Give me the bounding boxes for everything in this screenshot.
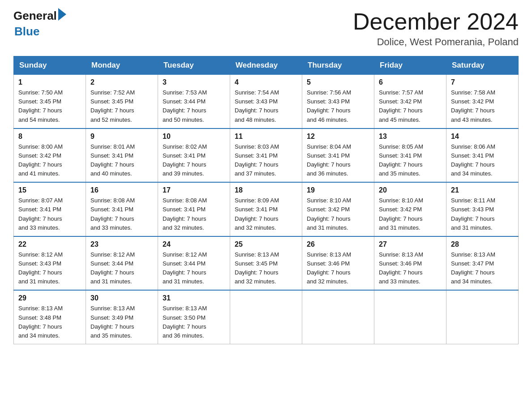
day-number: 18 — [235, 186, 297, 194]
day-number: 21 — [451, 186, 514, 194]
logo-arrow-icon — [58, 8, 66, 21]
day-number: 20 — [379, 186, 442, 194]
day-info: Sunrise: 8:06 AM Sunset: 3:41 PM Dayligh… — [451, 142, 514, 179]
page-header: General Blue December 2024 Dolice, West … — [13, 9, 519, 48]
day-number: 29 — [18, 294, 81, 302]
calendar-cell: 3Sunrise: 7:53 AM Sunset: 3:44 PM Daylig… — [158, 75, 230, 128]
week-row-2: 8Sunrise: 8:00 AM Sunset: 3:42 PM Daylig… — [14, 128, 519, 183]
day-info: Sunrise: 7:58 AM Sunset: 3:42 PM Dayligh… — [451, 88, 514, 124]
calendar-cell: 10Sunrise: 8:02 AM Sunset: 3:41 PM Dayli… — [158, 128, 230, 183]
week-row-3: 15Sunrise: 8:07 AM Sunset: 3:41 PM Dayli… — [14, 182, 519, 236]
day-info: Sunrise: 7:56 AM Sunset: 3:43 PM Dayligh… — [307, 88, 369, 124]
day-info: Sunrise: 8:13 AM Sunset: 3:46 PM Dayligh… — [379, 250, 442, 287]
column-header-tuesday: Tuesday — [158, 56, 230, 75]
logo-general-text: General — [13, 9, 57, 23]
day-info: Sunrise: 8:01 AM Sunset: 3:41 PM Dayligh… — [90, 142, 153, 179]
calendar-cell: 6Sunrise: 7:57 AM Sunset: 3:42 PM Daylig… — [374, 75, 446, 128]
day-info: Sunrise: 8:13 AM Sunset: 3:48 PM Dayligh… — [18, 304, 81, 340]
day-info: Sunrise: 8:05 AM Sunset: 3:41 PM Dayligh… — [379, 142, 442, 179]
calendar-cell — [374, 290, 446, 344]
day-number: 2 — [90, 78, 153, 86]
day-info: Sunrise: 8:10 AM Sunset: 3:42 PM Dayligh… — [379, 196, 442, 232]
calendar-cell: 15Sunrise: 8:07 AM Sunset: 3:41 PM Dayli… — [14, 182, 86, 236]
calendar-cell: 25Sunrise: 8:13 AM Sunset: 3:45 PM Dayli… — [230, 236, 302, 291]
day-number: 19 — [307, 186, 369, 194]
week-row-4: 22Sunrise: 8:12 AM Sunset: 3:43 PM Dayli… — [14, 236, 519, 291]
day-info: Sunrise: 8:07 AM Sunset: 3:41 PM Dayligh… — [18, 196, 81, 232]
day-info: Sunrise: 8:03 AM Sunset: 3:41 PM Dayligh… — [235, 142, 297, 179]
title-block: December 2024 Dolice, West Pomerania, Po… — [353, 9, 519, 48]
day-number: 23 — [90, 240, 153, 248]
day-number: 28 — [451, 240, 514, 248]
day-number: 11 — [235, 133, 297, 141]
day-number: 31 — [163, 294, 225, 302]
day-number: 10 — [163, 133, 225, 141]
day-info: Sunrise: 8:08 AM Sunset: 3:41 PM Dayligh… — [163, 196, 225, 232]
calendar-cell: 31Sunrise: 8:13 AM Sunset: 3:50 PM Dayli… — [158, 290, 230, 344]
day-info: Sunrise: 7:57 AM Sunset: 3:42 PM Dayligh… — [379, 88, 442, 124]
calendar-cell: 5Sunrise: 7:56 AM Sunset: 3:43 PM Daylig… — [302, 75, 374, 128]
day-info: Sunrise: 8:02 AM Sunset: 3:41 PM Dayligh… — [163, 142, 225, 179]
day-number: 1 — [18, 78, 81, 86]
calendar-cell: 22Sunrise: 8:12 AM Sunset: 3:43 PM Dayli… — [14, 236, 86, 291]
day-info: Sunrise: 8:04 AM Sunset: 3:41 PM Dayligh… — [307, 142, 369, 179]
day-number: 6 — [379, 78, 442, 86]
calendar-cell: 24Sunrise: 8:12 AM Sunset: 3:44 PM Dayli… — [158, 236, 230, 291]
day-info: Sunrise: 8:12 AM Sunset: 3:44 PM Dayligh… — [90, 250, 153, 287]
day-number: 13 — [379, 133, 442, 141]
day-info: Sunrise: 8:13 AM Sunset: 3:50 PM Dayligh… — [163, 304, 225, 340]
calendar-cell: 14Sunrise: 8:06 AM Sunset: 3:41 PM Dayli… — [446, 128, 519, 183]
day-number: 24 — [163, 240, 225, 248]
calendar-header-row: SundayMondayTuesdayWednesdayThursdayFrid… — [14, 56, 519, 75]
day-info: Sunrise: 7:53 AM Sunset: 3:44 PM Dayligh… — [163, 88, 225, 124]
day-number: 3 — [163, 78, 225, 86]
calendar-cell: 26Sunrise: 8:13 AM Sunset: 3:46 PM Dayli… — [302, 236, 374, 291]
calendar-body: 1Sunrise: 7:50 AM Sunset: 3:45 PM Daylig… — [14, 75, 519, 344]
calendar-cell: 21Sunrise: 8:11 AM Sunset: 3:43 PM Dayli… — [446, 182, 519, 236]
week-row-5: 29Sunrise: 8:13 AM Sunset: 3:48 PM Dayli… — [14, 290, 519, 344]
day-info: Sunrise: 7:50 AM Sunset: 3:45 PM Dayligh… — [18, 88, 81, 124]
column-header-friday: Friday — [374, 56, 446, 75]
calendar-cell: 17Sunrise: 8:08 AM Sunset: 3:41 PM Dayli… — [158, 182, 230, 236]
calendar-cell — [446, 290, 519, 344]
day-info: Sunrise: 7:52 AM Sunset: 3:45 PM Dayligh… — [90, 88, 153, 124]
day-number: 8 — [18, 133, 81, 141]
calendar-cell: 12Sunrise: 8:04 AM Sunset: 3:41 PM Dayli… — [302, 128, 374, 183]
calendar-cell: 18Sunrise: 8:09 AM Sunset: 3:41 PM Dayli… — [230, 182, 302, 236]
day-info: Sunrise: 8:13 AM Sunset: 3:47 PM Dayligh… — [451, 250, 514, 287]
day-number: 25 — [235, 240, 297, 248]
day-info: Sunrise: 8:11 AM Sunset: 3:43 PM Dayligh… — [451, 196, 514, 232]
day-number: 9 — [90, 133, 153, 141]
calendar-cell: 9Sunrise: 8:01 AM Sunset: 3:41 PM Daylig… — [86, 128, 158, 183]
day-number: 22 — [18, 240, 81, 248]
calendar-subtitle: Dolice, West Pomerania, Poland — [353, 36, 519, 48]
day-number: 12 — [307, 133, 369, 141]
calendar-cell: 28Sunrise: 8:13 AM Sunset: 3:47 PM Dayli… — [446, 236, 519, 291]
day-info: Sunrise: 8:00 AM Sunset: 3:42 PM Dayligh… — [18, 142, 81, 179]
day-info: Sunrise: 7:54 AM Sunset: 3:43 PM Dayligh… — [235, 88, 297, 124]
calendar-cell: 4Sunrise: 7:54 AM Sunset: 3:43 PM Daylig… — [230, 75, 302, 128]
week-row-1: 1Sunrise: 7:50 AM Sunset: 3:45 PM Daylig… — [14, 75, 519, 128]
calendar-cell: 8Sunrise: 8:00 AM Sunset: 3:42 PM Daylig… — [14, 128, 86, 183]
day-number: 15 — [18, 186, 81, 194]
calendar-cell: 16Sunrise: 8:08 AM Sunset: 3:41 PM Dayli… — [86, 182, 158, 236]
calendar-cell: 7Sunrise: 7:58 AM Sunset: 3:42 PM Daylig… — [446, 75, 519, 128]
column-header-wednesday: Wednesday — [230, 56, 302, 75]
day-number: 4 — [235, 78, 297, 86]
calendar-cell: 2Sunrise: 7:52 AM Sunset: 3:45 PM Daylig… — [86, 75, 158, 128]
day-info: Sunrise: 8:13 AM Sunset: 3:49 PM Dayligh… — [90, 304, 153, 340]
calendar-cell: 13Sunrise: 8:05 AM Sunset: 3:41 PM Dayli… — [374, 128, 446, 183]
column-header-saturday: Saturday — [446, 56, 519, 75]
calendar-title: December 2024 — [353, 9, 519, 34]
day-info: Sunrise: 8:08 AM Sunset: 3:41 PM Dayligh… — [90, 196, 153, 232]
day-number: 17 — [163, 186, 225, 194]
calendar-cell: 23Sunrise: 8:12 AM Sunset: 3:44 PM Dayli… — [86, 236, 158, 291]
day-info: Sunrise: 8:10 AM Sunset: 3:42 PM Dayligh… — [307, 196, 369, 232]
day-number: 26 — [307, 240, 369, 248]
column-header-thursday: Thursday — [302, 56, 374, 75]
day-info: Sunrise: 8:13 AM Sunset: 3:45 PM Dayligh… — [235, 250, 297, 287]
calendar-cell — [302, 290, 374, 344]
calendar-cell: 11Sunrise: 8:03 AM Sunset: 3:41 PM Dayli… — [230, 128, 302, 183]
calendar-cell: 29Sunrise: 8:13 AM Sunset: 3:48 PM Dayli… — [14, 290, 86, 344]
day-number: 27 — [379, 240, 442, 248]
